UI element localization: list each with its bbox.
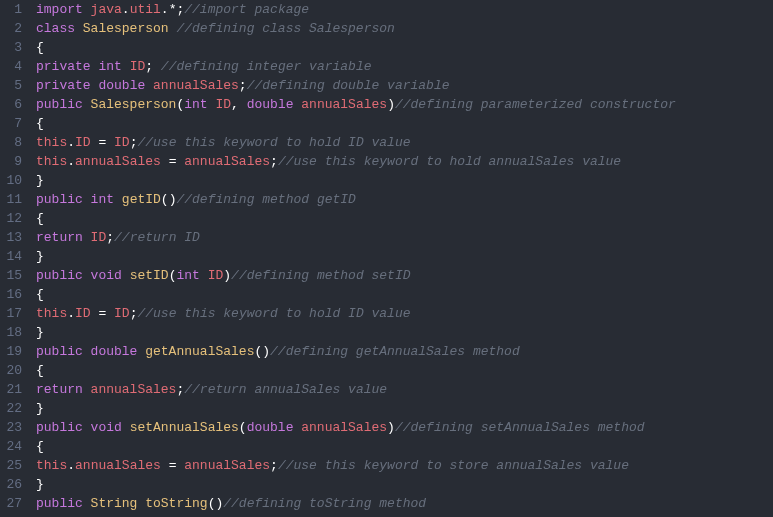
token-cmt: //defining class Salesperson (176, 21, 394, 36)
line-number: 10 (6, 171, 22, 190)
token-kw: private (36, 78, 98, 93)
token-fn: setAnnualSales (130, 420, 239, 435)
line-number: 26 (6, 475, 22, 494)
token-cmt: //return ID (114, 230, 200, 245)
code-line: } (36, 171, 773, 190)
token-fn: Salesperson (91, 97, 177, 112)
token-cls: Salesperson (83, 21, 177, 36)
token-type: double (247, 420, 302, 435)
code-line: public double getAnnualSales()//defining… (36, 342, 773, 361)
token-kw: import (36, 2, 91, 17)
code-line: } (36, 475, 773, 494)
token-fn: setID (130, 268, 169, 283)
code-line: { (36, 285, 773, 304)
token-kw: public (36, 97, 91, 112)
token-type: int (91, 192, 122, 207)
code-line: private int ID; //defining integer varia… (36, 57, 773, 76)
code-line: } (36, 323, 773, 342)
token-punc: () (208, 496, 224, 511)
line-number: 25 (6, 456, 22, 475)
code-line: this.annualSales = annualSales;//use thi… (36, 456, 773, 475)
code-line: return ID;//return ID (36, 228, 773, 247)
token-punc: } (36, 325, 44, 340)
line-number: 20 (6, 361, 22, 380)
token-type: void (91, 268, 130, 283)
token-type: int (184, 97, 215, 112)
token-cmt: //defining double variable (247, 78, 450, 93)
token-cmt: //defining setAnnualSales method (395, 420, 645, 435)
token-type: double (98, 78, 153, 93)
token-ident: ID (130, 59, 146, 74)
token-type: int (98, 59, 129, 74)
token-type: double (247, 97, 302, 112)
code-line: public int getID()//defining method getI… (36, 190, 773, 209)
token-this: this (36, 135, 67, 150)
token-fn: toString (145, 496, 207, 511)
code-line: this.ID = ID;//use this keyword to hold … (36, 133, 773, 152)
token-kw: return (36, 230, 91, 245)
code-line: { (36, 437, 773, 456)
token-fn: getID (122, 192, 161, 207)
token-ident: annualSales (153, 78, 239, 93)
line-number: 27 (6, 494, 22, 513)
token-cmt: //use this keyword to hold annualSales v… (278, 154, 621, 169)
line-number: 12 (6, 209, 22, 228)
token-type: int (176, 268, 207, 283)
line-number: 23 (6, 418, 22, 437)
token-punc: . (67, 458, 75, 473)
token-punc: } (36, 173, 44, 188)
token-cmt: //defining toString method (223, 496, 426, 511)
token-op: = (98, 306, 114, 321)
token-punc: ; (270, 154, 278, 169)
code-line: return annualSales;//return annualSales … (36, 380, 773, 399)
code-editor: 1234567891011121314151617181920212223242… (0, 0, 773, 517)
token-cmt: //defining parameterized constructor (395, 97, 676, 112)
code-line: public Salesperson(int ID, double annual… (36, 95, 773, 114)
token-this: this (36, 154, 67, 169)
line-number: 4 (6, 57, 22, 76)
code-line: public String toString()//defining toStr… (36, 494, 773, 513)
line-number: 7 (6, 114, 22, 133)
token-prop: ID (75, 135, 98, 150)
token-ident: annualSales (301, 97, 387, 112)
code-line: class Salesperson //defining class Sales… (36, 19, 773, 38)
token-kw: return (36, 382, 91, 397)
token-ident: ID (91, 230, 107, 245)
token-cmt: //import package (184, 2, 309, 17)
token-punc: { (36, 287, 44, 302)
token-kw: private (36, 59, 98, 74)
code-line: { (36, 38, 773, 57)
token-this: this (36, 306, 67, 321)
line-number: 1 (6, 0, 22, 19)
token-punc: { (36, 116, 44, 131)
token-fn: getAnnualSales (145, 344, 254, 359)
code-line: { (36, 114, 773, 133)
token-prop: ID (75, 306, 98, 321)
code-content[interactable]: import java.util.*;//import packageclass… (30, 0, 773, 517)
line-number: 21 (6, 380, 22, 399)
token-cmt: //use this keyword to store annualSales … (278, 458, 629, 473)
line-number: 15 (6, 266, 22, 285)
line-number: 19 (6, 342, 22, 361)
line-number: 3 (6, 38, 22, 57)
token-punc: { (36, 40, 44, 55)
token-punc: } (36, 401, 44, 416)
token-punc: { (36, 211, 44, 226)
token-cmt: //defining method setID (231, 268, 410, 283)
token-op: = (169, 458, 185, 473)
code-line: this.ID = ID;//use this keyword to hold … (36, 304, 773, 323)
token-punc: ) (223, 268, 231, 283)
code-line: import java.util.*;//import package (36, 0, 773, 19)
token-punc: () (161, 192, 177, 207)
token-op: = (98, 135, 114, 150)
token-punc: ; (106, 230, 114, 245)
token-kw: class (36, 21, 83, 36)
token-type: void (91, 420, 130, 435)
token-punc: .*; (161, 2, 184, 17)
line-number: 17 (6, 304, 22, 323)
token-kw: public (36, 268, 91, 283)
token-punc: ; (270, 458, 278, 473)
line-number: 24 (6, 437, 22, 456)
token-ident: ID (208, 268, 224, 283)
token-ident: ID (114, 135, 130, 150)
